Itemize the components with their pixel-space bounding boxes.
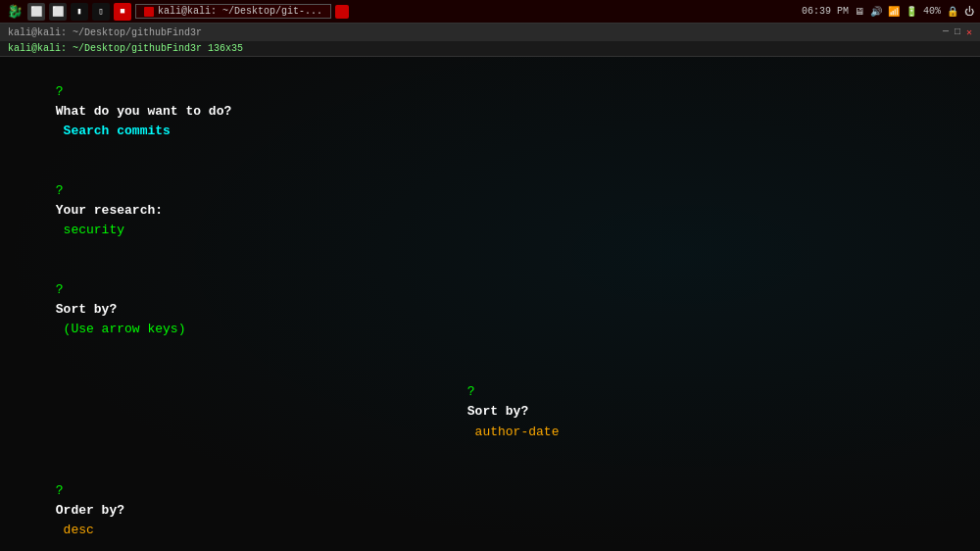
screen-icon: 🖥 bbox=[855, 6, 864, 18]
sort-line: ? Sort by? author-date bbox=[10, 363, 970, 462]
address-text: kali@kali: ~/Desktop/githubFind3r 136x35 bbox=[8, 43, 243, 54]
taskbar-right: 06:39 PM 🖥 🔊 📶 🔋 40% 🔒 ⏻ bbox=[802, 6, 974, 18]
prompt2-value: security bbox=[56, 223, 124, 237]
taskbar-icon-3[interactable]: ⬜ bbox=[49, 3, 67, 21]
order-label: Order by? bbox=[56, 503, 124, 518]
clock: 06:39 PM bbox=[802, 6, 849, 17]
battery-icon: 🔋 bbox=[906, 6, 917, 18]
taskbar-icon-red[interactable]: ■ bbox=[114, 3, 131, 21]
order-q-symbol: ? bbox=[56, 483, 72, 498]
window-controls: ─ □ ✕ bbox=[943, 26, 972, 38]
terminal-content: ? What do you want to do? Search commits… bbox=[10, 63, 970, 551]
terminal-title: kali@kali: ~/Desktop/githubFind3r bbox=[8, 27, 202, 38]
close-button[interactable]: ✕ bbox=[966, 26, 972, 38]
sort-value: author-date bbox=[467, 425, 560, 439]
sort-q-symbol: ? bbox=[467, 384, 483, 399]
power-icon: ⏻ bbox=[964, 6, 974, 18]
prompt1-value: Search commits bbox=[56, 124, 171, 138]
q-symbol-2: ? bbox=[56, 183, 72, 198]
minimize-button[interactable]: ─ bbox=[943, 26, 949, 38]
order-line: ? Order by? desc bbox=[10, 462, 970, 551]
prompt-line-1: ? What do you want to do? Search commits bbox=[10, 63, 970, 162]
network-icon: 📶 bbox=[888, 6, 900, 18]
prompt-line-2: ? Your research: security bbox=[10, 162, 970, 261]
battery-level: 40% bbox=[923, 6, 941, 17]
order-value: desc bbox=[56, 523, 94, 537]
taskbar: 🐉 ⬜ ⬜ ▮ ▯ ■ kali@kali: ~/Desktop/git-...… bbox=[0, 0, 980, 24]
taskbar-icon-terminal[interactable]: ▮ bbox=[71, 3, 88, 21]
taskbar-icon-red2[interactable] bbox=[335, 5, 349, 19]
terminal-body: ? What do you want to do? Search commits… bbox=[0, 57, 980, 551]
titlebar: kali@kali: ~/Desktop/githubFind3r ─ □ ✕ bbox=[0, 24, 980, 41]
active-window-title[interactable]: kali@kali: ~/Desktop/git-... bbox=[135, 4, 331, 19]
taskbar-icon-5[interactable]: ▯ bbox=[92, 3, 110, 21]
q-symbol-1: ? bbox=[56, 84, 72, 99]
sort-label: Sort by? bbox=[467, 404, 528, 419]
prompt1-label: What do you want to do? bbox=[56, 104, 231, 119]
q-symbol-3: ? bbox=[56, 282, 72, 297]
prompt2-label: Your research: bbox=[56, 203, 163, 218]
taskbar-icon-2[interactable]: ⬜ bbox=[27, 3, 45, 21]
lock-icon: 🔒 bbox=[947, 6, 958, 18]
kali-dragon-icon[interactable]: 🐉 bbox=[6, 3, 24, 21]
addressbar: kali@kali: ~/Desktop/githubFind3r 136x35 bbox=[0, 41, 980, 57]
prompt3-hint: (Use arrow keys) bbox=[56, 322, 186, 336]
taskbar-left: 🐉 ⬜ ⬜ ▮ ▯ ■ kali@kali: ~/Desktop/git-... bbox=[6, 3, 349, 21]
sound-icon: 🔊 bbox=[870, 6, 882, 18]
prompt3-label: Sort by? bbox=[56, 302, 117, 317]
prompt-line-3: ? Sort by? (Use arrow keys) bbox=[10, 260, 970, 359]
window-title-text: kali@kali: ~/Desktop/git-... bbox=[158, 6, 322, 17]
maximize-button[interactable]: □ bbox=[955, 26, 960, 38]
